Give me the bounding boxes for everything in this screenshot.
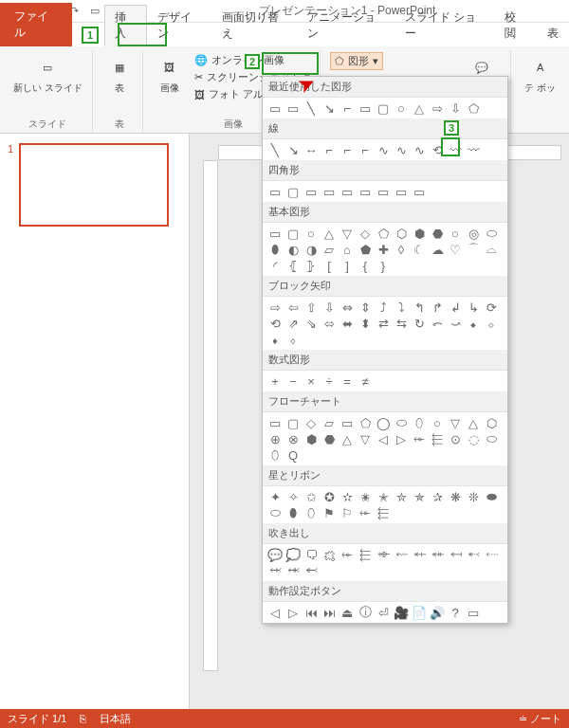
shape-f4[interactable]: ▱: [321, 415, 338, 430]
shape-s11[interactable]: ❋: [447, 489, 464, 504]
shape-f1[interactable]: ▭: [266, 415, 284, 430]
shape-ac2[interactable]: ▷: [284, 605, 302, 620]
shape-b27[interactable]: ◜: [266, 258, 284, 273]
shape-a13[interactable]: ⟳: [483, 300, 500, 315]
shape-s5[interactable]: ✫: [339, 489, 356, 504]
shape-curve2[interactable]: ∿: [393, 142, 410, 157]
shape-textbox2[interactable]: ▭: [284, 100, 302, 116]
shape-a9[interactable]: ↰: [411, 300, 428, 315]
shape-elbow2[interactable]: ⌐: [339, 142, 356, 157]
shape-b12[interactable]: ◎: [465, 226, 482, 241]
shape-f18[interactable]: △: [339, 431, 356, 446]
shape-a5[interactable]: ⇔: [339, 300, 356, 315]
shape-c4[interactable]: 🗯: [321, 547, 338, 562]
shape-triangle[interactable]: △: [411, 100, 428, 116]
shape-a12[interactable]: ↳: [465, 300, 482, 315]
textbox-button[interactable]: A テ ボッ: [521, 52, 560, 96]
shape-r6[interactable]: ▭: [357, 184, 374, 199]
shape-m4[interactable]: ÷: [321, 373, 338, 389]
shape-a16[interactable]: ⇘: [303, 316, 320, 331]
shape-a17[interactable]: ⬄: [321, 316, 338, 331]
shape-a7[interactable]: ⤴: [375, 300, 392, 315]
shape-connector[interactable]: ⌐: [339, 100, 356, 116]
shape-m2[interactable]: −: [284, 373, 302, 389]
shape-s7[interactable]: ✭: [375, 489, 392, 504]
shape-b22[interactable]: ☾: [411, 242, 428, 257]
shape-b1[interactable]: ▭: [266, 226, 284, 241]
shape-f8[interactable]: ⬭: [393, 415, 410, 430]
shape-s12[interactable]: ❊: [465, 489, 482, 504]
status-spell-icon[interactable]: ⎘: [80, 713, 86, 724]
shape-s15[interactable]: ⬮: [284, 505, 302, 520]
shape-a18[interactable]: ⬌: [339, 316, 356, 331]
shape-c7[interactable]: ⬲: [375, 547, 392, 562]
shapes-button[interactable]: ⬠ 図形 ▾: [330, 52, 383, 70]
shape-b9[interactable]: ⬢: [411, 226, 428, 241]
shape-s6[interactable]: ✬: [357, 489, 374, 504]
shape-s20[interactable]: ⬱: [375, 505, 392, 520]
shape-ac5[interactable]: ⏏: [339, 605, 356, 620]
shape-f28[interactable]: Q: [284, 447, 302, 463]
shape-b4[interactable]: △: [321, 226, 338, 241]
shape-s19[interactable]: ⬰: [357, 505, 374, 520]
tab-file[interactable]: ファイル: [0, 3, 72, 46]
shape-s3[interactable]: ✩: [303, 489, 320, 504]
shape-b13[interactable]: ⬭: [483, 226, 500, 241]
shape-f5[interactable]: ▭: [339, 415, 356, 430]
shape-a15[interactable]: ⇗: [284, 316, 302, 331]
shape-a1[interactable]: ⇨: [266, 300, 284, 315]
status-lang[interactable]: 日本語: [100, 712, 131, 726]
shape-ac3[interactable]: ⏮: [303, 605, 320, 620]
slide-thumb-1[interactable]: 1: [9, 143, 179, 227]
shape-c3[interactable]: 🗨: [303, 547, 320, 562]
shape-m1[interactable]: +: [266, 373, 284, 389]
shape-a22[interactable]: ↻: [411, 316, 428, 331]
shape-b32[interactable]: {: [357, 258, 374, 273]
shape-b6[interactable]: ◇: [357, 226, 374, 241]
shape-elbow3[interactable]: ⌐: [357, 142, 374, 157]
shape-a8[interactable]: ⤵: [393, 300, 410, 315]
shape-f10[interactable]: ○: [429, 415, 446, 430]
start-icon[interactable]: ▭: [85, 2, 104, 21]
shape-s2[interactable]: ✧: [284, 489, 302, 504]
shape-b19[interactable]: ⬟: [357, 242, 374, 257]
shape-b21[interactable]: ◊: [393, 242, 410, 257]
shape-s9[interactable]: ✯: [411, 489, 428, 504]
tab-slideshow[interactable]: スライド ショー: [395, 5, 494, 46]
shape-b33[interactable]: }: [375, 258, 392, 273]
shape-a14[interactable]: ⟲: [266, 316, 284, 331]
shape-c1[interactable]: 💬: [266, 547, 284, 562]
shape-ac12[interactable]: ▭: [465, 605, 482, 620]
shape-f27[interactable]: ⬯: [266, 447, 284, 463]
shape-f20[interactable]: ◁: [375, 431, 392, 446]
shape-a4[interactable]: ⇩: [321, 300, 338, 315]
shape-ac10[interactable]: 🔊: [429, 605, 446, 620]
shape-a11[interactable]: ↲: [447, 300, 464, 315]
shape-b18[interactable]: ⌂: [339, 242, 356, 257]
shape-f2[interactable]: ▢: [284, 415, 302, 430]
shape-s13[interactable]: ⬬: [483, 489, 500, 504]
shape-line3[interactable]: ↔: [303, 142, 320, 157]
shape-b20[interactable]: ✚: [375, 242, 392, 257]
image-button[interactable]: 🖼 画像: [153, 52, 187, 96]
shape-line[interactable]: ╲: [303, 100, 320, 116]
shape-a26[interactable]: ⬦: [483, 316, 500, 331]
shape-b10[interactable]: ⬣: [429, 226, 446, 241]
shape-s8[interactable]: ✮: [393, 489, 410, 504]
shape-b28[interactable]: ⦃: [284, 258, 302, 273]
shape-b2[interactable]: ▢: [284, 226, 302, 241]
shape-b25[interactable]: ⌒: [465, 242, 482, 257]
shape-b16[interactable]: ◑: [303, 242, 320, 257]
shape-c14[interactable]: ⬹: [266, 563, 284, 578]
shape-arrow-r[interactable]: ⇨: [429, 100, 446, 116]
shape-s1[interactable]: ✦: [266, 489, 284, 504]
shape-r5[interactable]: ▭: [339, 184, 356, 199]
shape-scribble2[interactable]: 〰: [465, 142, 482, 157]
shape-f15[interactable]: ⊗: [284, 431, 302, 446]
shape-textbox[interactable]: ▭: [266, 100, 284, 116]
tab-transition[interactable]: 画面切り替え: [211, 5, 298, 46]
shape-b14[interactable]: ⬮: [266, 242, 284, 257]
shape-c16[interactable]: ⬻: [303, 563, 320, 578]
shape-a21[interactable]: ⇆: [393, 316, 410, 331]
shape-arrow-d[interactable]: ⇩: [447, 100, 464, 116]
